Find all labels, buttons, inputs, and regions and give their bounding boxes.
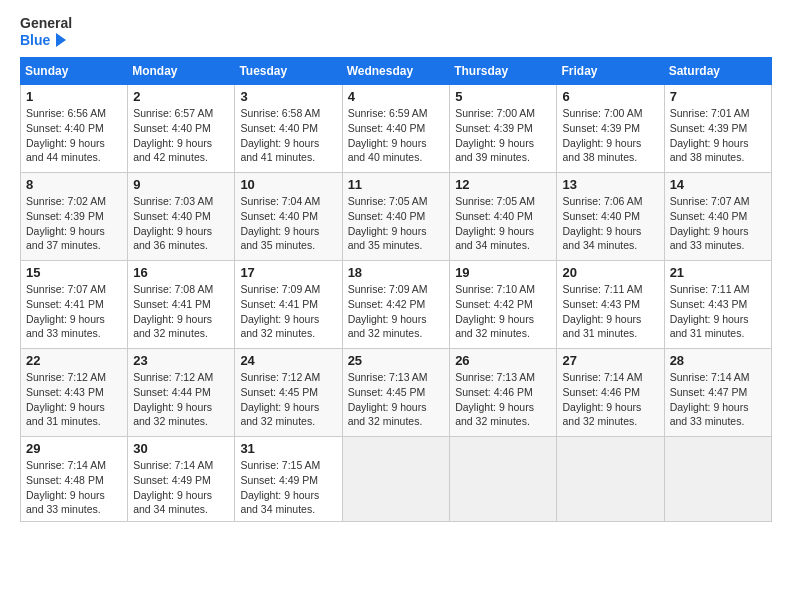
day-info: Sunrise: 7:14 AMSunset: 4:49 PMDaylight:… xyxy=(133,458,229,517)
day-info: Sunrise: 6:58 AMSunset: 4:40 PMDaylight:… xyxy=(240,106,336,165)
calendar-cell: 4Sunrise: 6:59 AMSunset: 4:40 PMDaylight… xyxy=(342,85,450,173)
day-number: 27 xyxy=(562,353,658,368)
header-sunday: Sunday xyxy=(21,58,128,85)
day-info: Sunrise: 7:07 AMSunset: 4:41 PMDaylight:… xyxy=(26,282,122,341)
day-number: 30 xyxy=(133,441,229,456)
week-row-3: 15Sunrise: 7:07 AMSunset: 4:41 PMDayligh… xyxy=(21,261,772,349)
day-number: 28 xyxy=(670,353,766,368)
logo: General Blue xyxy=(20,16,72,49)
calendar-cell: 19Sunrise: 7:10 AMSunset: 4:42 PMDayligh… xyxy=(450,261,557,349)
calendar-cell: 6Sunrise: 7:00 AMSunset: 4:39 PMDaylight… xyxy=(557,85,664,173)
day-number: 25 xyxy=(348,353,445,368)
calendar-cell: 25Sunrise: 7:13 AMSunset: 4:45 PMDayligh… xyxy=(342,349,450,437)
week-row-1: 1Sunrise: 6:56 AMSunset: 4:40 PMDaylight… xyxy=(21,85,772,173)
calendar-cell: 13Sunrise: 7:06 AMSunset: 4:40 PMDayligh… xyxy=(557,173,664,261)
week-row-2: 8Sunrise: 7:02 AMSunset: 4:39 PMDaylight… xyxy=(21,173,772,261)
day-info: Sunrise: 7:14 AMSunset: 4:47 PMDaylight:… xyxy=(670,370,766,429)
day-info: Sunrise: 7:05 AMSunset: 4:40 PMDaylight:… xyxy=(455,194,551,253)
calendar-cell: 27Sunrise: 7:14 AMSunset: 4:46 PMDayligh… xyxy=(557,349,664,437)
day-info: Sunrise: 6:57 AMSunset: 4:40 PMDaylight:… xyxy=(133,106,229,165)
day-info: Sunrise: 7:04 AMSunset: 4:40 PMDaylight:… xyxy=(240,194,336,253)
calendar-cell xyxy=(342,437,450,522)
day-info: Sunrise: 7:07 AMSunset: 4:40 PMDaylight:… xyxy=(670,194,766,253)
calendar-cell: 23Sunrise: 7:12 AMSunset: 4:44 PMDayligh… xyxy=(128,349,235,437)
calendar-cell: 10Sunrise: 7:04 AMSunset: 4:40 PMDayligh… xyxy=(235,173,342,261)
day-info: Sunrise: 7:06 AMSunset: 4:40 PMDaylight:… xyxy=(562,194,658,253)
calendar-cell xyxy=(450,437,557,522)
calendar-cell: 17Sunrise: 7:09 AMSunset: 4:41 PMDayligh… xyxy=(235,261,342,349)
day-number: 5 xyxy=(455,89,551,104)
day-info: Sunrise: 7:03 AMSunset: 4:40 PMDaylight:… xyxy=(133,194,229,253)
calendar-cell: 29Sunrise: 7:14 AMSunset: 4:48 PMDayligh… xyxy=(21,437,128,522)
day-info: Sunrise: 7:09 AMSunset: 4:42 PMDaylight:… xyxy=(348,282,445,341)
day-info: Sunrise: 7:12 AMSunset: 4:43 PMDaylight:… xyxy=(26,370,122,429)
calendar-cell: 1Sunrise: 6:56 AMSunset: 4:40 PMDaylight… xyxy=(21,85,128,173)
day-number: 7 xyxy=(670,89,766,104)
header-tuesday: Tuesday xyxy=(235,58,342,85)
header-thursday: Thursday xyxy=(450,58,557,85)
day-number: 2 xyxy=(133,89,229,104)
page-container: General Blue SundayMondayTuesdayWednesda… xyxy=(0,0,792,532)
week-row-4: 22Sunrise: 7:12 AMSunset: 4:43 PMDayligh… xyxy=(21,349,772,437)
calendar-cell: 28Sunrise: 7:14 AMSunset: 4:47 PMDayligh… xyxy=(664,349,771,437)
day-number: 10 xyxy=(240,177,336,192)
day-number: 15 xyxy=(26,265,122,280)
day-number: 9 xyxy=(133,177,229,192)
day-info: Sunrise: 7:11 AMSunset: 4:43 PMDaylight:… xyxy=(562,282,658,341)
calendar-cell: 8Sunrise: 7:02 AMSunset: 4:39 PMDaylight… xyxy=(21,173,128,261)
calendar-cell: 24Sunrise: 7:12 AMSunset: 4:45 PMDayligh… xyxy=(235,349,342,437)
day-number: 31 xyxy=(240,441,336,456)
calendar-cell: 7Sunrise: 7:01 AMSunset: 4:39 PMDaylight… xyxy=(664,85,771,173)
header: General Blue xyxy=(20,16,772,49)
day-info: Sunrise: 7:14 AMSunset: 4:48 PMDaylight:… xyxy=(26,458,122,517)
day-number: 26 xyxy=(455,353,551,368)
day-info: Sunrise: 7:00 AMSunset: 4:39 PMDaylight:… xyxy=(455,106,551,165)
calendar-cell: 18Sunrise: 7:09 AMSunset: 4:42 PMDayligh… xyxy=(342,261,450,349)
calendar-cell: 12Sunrise: 7:05 AMSunset: 4:40 PMDayligh… xyxy=(450,173,557,261)
calendar-cell: 11Sunrise: 7:05 AMSunset: 4:40 PMDayligh… xyxy=(342,173,450,261)
day-info: Sunrise: 7:12 AMSunset: 4:44 PMDaylight:… xyxy=(133,370,229,429)
calendar-cell xyxy=(557,437,664,522)
logo-arrow-icon xyxy=(52,31,70,49)
header-wednesday: Wednesday xyxy=(342,58,450,85)
day-number: 3 xyxy=(240,89,336,104)
day-info: Sunrise: 6:56 AMSunset: 4:40 PMDaylight:… xyxy=(26,106,122,165)
day-number: 13 xyxy=(562,177,658,192)
day-info: Sunrise: 7:01 AMSunset: 4:39 PMDaylight:… xyxy=(670,106,766,165)
calendar-cell: 31Sunrise: 7:15 AMSunset: 4:49 PMDayligh… xyxy=(235,437,342,522)
day-number: 21 xyxy=(670,265,766,280)
calendar-cell: 14Sunrise: 7:07 AMSunset: 4:40 PMDayligh… xyxy=(664,173,771,261)
day-info: Sunrise: 7:00 AMSunset: 4:39 PMDaylight:… xyxy=(562,106,658,165)
calendar-cell: 30Sunrise: 7:14 AMSunset: 4:49 PMDayligh… xyxy=(128,437,235,522)
header-friday: Friday xyxy=(557,58,664,85)
calendar-cell: 22Sunrise: 7:12 AMSunset: 4:43 PMDayligh… xyxy=(21,349,128,437)
calendar-cell: 20Sunrise: 7:11 AMSunset: 4:43 PMDayligh… xyxy=(557,261,664,349)
day-number: 17 xyxy=(240,265,336,280)
calendar-cell: 16Sunrise: 7:08 AMSunset: 4:41 PMDayligh… xyxy=(128,261,235,349)
calendar-cell: 3Sunrise: 6:58 AMSunset: 4:40 PMDaylight… xyxy=(235,85,342,173)
day-info: Sunrise: 7:13 AMSunset: 4:46 PMDaylight:… xyxy=(455,370,551,429)
logo-blue-row: Blue xyxy=(20,31,72,49)
logo-general: General xyxy=(20,16,72,31)
day-number: 8 xyxy=(26,177,122,192)
svg-marker-0 xyxy=(56,33,66,47)
day-number: 16 xyxy=(133,265,229,280)
day-info: Sunrise: 7:12 AMSunset: 4:45 PMDaylight:… xyxy=(240,370,336,429)
day-info: Sunrise: 6:59 AMSunset: 4:40 PMDaylight:… xyxy=(348,106,445,165)
day-number: 29 xyxy=(26,441,122,456)
day-number: 11 xyxy=(348,177,445,192)
day-info: Sunrise: 7:05 AMSunset: 4:40 PMDaylight:… xyxy=(348,194,445,253)
day-info: Sunrise: 7:02 AMSunset: 4:39 PMDaylight:… xyxy=(26,194,122,253)
day-number: 22 xyxy=(26,353,122,368)
calendar-cell: 2Sunrise: 6:57 AMSunset: 4:40 PMDaylight… xyxy=(128,85,235,173)
calendar-cell: 21Sunrise: 7:11 AMSunset: 4:43 PMDayligh… xyxy=(664,261,771,349)
day-number: 4 xyxy=(348,89,445,104)
calendar-cell: 5Sunrise: 7:00 AMSunset: 4:39 PMDaylight… xyxy=(450,85,557,173)
day-number: 12 xyxy=(455,177,551,192)
day-number: 19 xyxy=(455,265,551,280)
day-number: 14 xyxy=(670,177,766,192)
week-row-5: 29Sunrise: 7:14 AMSunset: 4:48 PMDayligh… xyxy=(21,437,772,522)
day-info: Sunrise: 7:11 AMSunset: 4:43 PMDaylight:… xyxy=(670,282,766,341)
calendar-cell xyxy=(664,437,771,522)
calendar-header-row: SundayMondayTuesdayWednesdayThursdayFrid… xyxy=(21,58,772,85)
